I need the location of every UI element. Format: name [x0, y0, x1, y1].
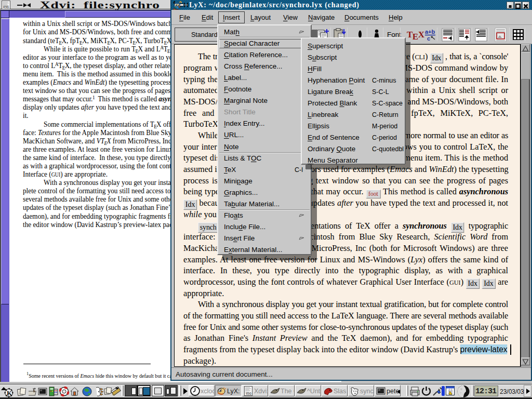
svg-text:K: K: [7, 389, 12, 397]
svg-text:496: 496: [246, 392, 251, 395]
svg-text:c: c: [427, 35, 430, 42]
svg-text:496: 496: [3, 5, 9, 9]
svg-text:a+b: a+b: [425, 29, 435, 35]
